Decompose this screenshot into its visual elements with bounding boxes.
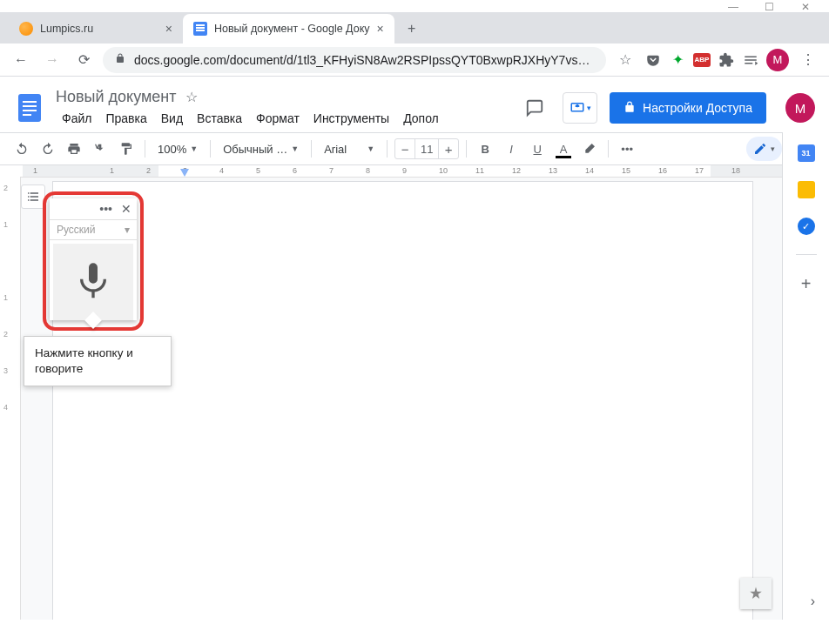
nav-back-button[interactable]: ← — [9, 48, 33, 72]
font-size-decrease[interactable]: − — [395, 142, 414, 157]
new-tab-button[interactable]: + — [400, 17, 424, 41]
document-title[interactable]: Новый документ — [56, 88, 177, 106]
menu-edit[interactable]: Правка — [99, 108, 152, 129]
editing-mode-button[interactable]: ▾ — [746, 137, 782, 161]
browser-menu-button[interactable]: ⋮ — [796, 48, 820, 72]
highlight-frame: ••• ✕ Русский ▾ — [43, 191, 144, 331]
keep-icon[interactable] — [798, 181, 815, 198]
voice-language-label: Русский — [57, 224, 96, 236]
window-maximize[interactable]: ☐ — [765, 1, 775, 11]
sidepanel-expand-button[interactable]: › — [811, 594, 815, 609]
docs-favicon — [193, 22, 207, 36]
font-size-increase[interactable]: + — [439, 142, 458, 157]
nav-forward-button[interactable]: → — [40, 48, 64, 72]
tasks-icon[interactable] — [798, 218, 815, 235]
undo-button[interactable] — [10, 138, 33, 160]
lumpics-favicon — [19, 22, 33, 36]
margin-marker-icon[interactable] — [180, 169, 189, 177]
docs-toolbar: 100%▼ Обычный …▼ Arial▼ − 11 + B I U A •… — [0, 132, 829, 165]
account-avatar[interactable]: M — [785, 93, 815, 123]
voice-mic-button[interactable] — [53, 244, 133, 320]
side-panel: + › — [782, 132, 829, 620]
text-color-button[interactable]: A — [552, 138, 575, 160]
share-label: Настройки Доступа — [643, 101, 752, 115]
docs-logo-icon[interactable] — [12, 91, 47, 125]
calendar-icon[interactable] — [798, 144, 815, 162]
voice-language-select[interactable]: Русский ▾ — [50, 219, 137, 240]
menu-format[interactable]: Формат — [250, 108, 306, 129]
tab-close-icon[interactable]: × — [377, 22, 384, 36]
chevron-down-icon: ▾ — [125, 224, 130, 236]
add-addon-button[interactable]: + — [801, 274, 812, 294]
url-text: docs.google.com/document/d/1tl3_KFHyiSN8… — [134, 53, 590, 67]
italic-button[interactable]: I — [500, 138, 522, 160]
url-input[interactable]: docs.google.com/document/d/1tl3_KFHyiSN8… — [103, 47, 606, 73]
explore-button[interactable] — [740, 578, 772, 609]
star-document-button[interactable]: ☆ — [185, 89, 198, 105]
redo-button[interactable] — [37, 138, 59, 160]
underline-button[interactable]: U — [526, 138, 549, 160]
svg-rect-1 — [23, 101, 37, 103]
voice-close-button[interactable]: ✕ — [121, 202, 131, 216]
svg-rect-0 — [18, 94, 41, 122]
share-button[interactable]: Настройки Доступа — [610, 92, 766, 124]
tab-close-icon[interactable]: × — [165, 22, 172, 36]
tab-title: Новый документ - Google Доку — [214, 23, 370, 35]
svg-rect-4 — [23, 114, 31, 116]
outline-toggle-button[interactable] — [21, 184, 45, 209]
zoom-select[interactable]: 100%▼ — [152, 143, 203, 156]
profile-avatar[interactable]: M — [766, 49, 789, 71]
print-button[interactable] — [63, 138, 85, 160]
svg-rect-2 — [23, 105, 37, 107]
browser-tab-lumpics[interactable]: Lumpics.ru × — [9, 14, 183, 44]
menu-bar: Файл Правка Вид Вставка Формат Инструмен… — [56, 108, 510, 129]
spellcheck-button[interactable] — [89, 138, 111, 160]
style-select[interactable]: Обычный …▼ — [218, 143, 304, 156]
voice-menu-button[interactable]: ••• — [99, 202, 112, 216]
comment-history-button[interactable] — [519, 92, 550, 124]
docs-header: Новый документ ☆ Файл Правка Вид Вставка… — [0, 77, 829, 132]
font-select[interactable]: Arial▼ — [319, 143, 380, 156]
bookmark-star-button[interactable]: ☆ — [613, 48, 637, 72]
nav-reload-button[interactable]: ⟳ — [71, 48, 96, 72]
document-canvas: 1 1 2 3 4 5 6 7 8 9 10 11 12 13 14 15 16… — [0, 165, 782, 620]
format-paint-button[interactable] — [115, 138, 138, 160]
pocket-extension-icon[interactable] — [644, 51, 662, 69]
bottom-bar — [0, 620, 829, 644]
highlight-button[interactable] — [578, 138, 601, 160]
browser-tab-docs[interactable]: Новый документ - Google Доку × — [183, 14, 394, 44]
tab-title: Lumpics.ru — [40, 23, 93, 35]
voice-typing-panel: ••• ✕ Русский ▾ — [50, 198, 137, 320]
window-close[interactable]: ✕ — [801, 1, 812, 11]
tab-strip: Lumpics.ru × Новый документ - Google Док… — [0, 12, 829, 44]
svg-rect-3 — [23, 110, 37, 111]
menu-view[interactable]: Вид — [155, 108, 189, 129]
bold-button[interactable]: B — [474, 138, 496, 160]
document-page[interactable] — [52, 181, 753, 620]
evernote-extension-icon[interactable]: ✦ — [669, 51, 686, 69]
lock-icon — [115, 53, 125, 66]
menu-tools[interactable]: Инструменты — [307, 108, 395, 129]
menu-insert[interactable]: Вставка — [191, 108, 248, 129]
share-lock-icon — [623, 101, 636, 116]
toolbar-more-button[interactable]: ••• — [616, 138, 638, 160]
font-size-input[interactable]: 11 — [414, 139, 439, 158]
font-size-stepper: − 11 + — [394, 138, 459, 159]
abp-extension-icon[interactable]: ABP — [693, 51, 711, 69]
present-button[interactable]: ▾ — [563, 92, 597, 124]
voice-tooltip: Нажмите кнопку и говорите — [24, 336, 172, 386]
address-bar: ← → ⟳ docs.google.com/document/d/1tl3_KF… — [0, 44, 829, 77]
horizontal-ruler[interactable]: 1 1 2 3 4 5 6 7 8 9 10 11 12 13 14 15 16… — [23, 165, 782, 177]
vertical-ruler[interactable]: 2 1 1 2 3 4 — [0, 177, 21, 620]
extensions-puzzle-icon[interactable] — [718, 51, 735, 69]
reading-list-icon[interactable] — [742, 51, 759, 69]
window-minimize[interactable]: — — [728, 1, 738, 11]
menu-file[interactable]: Файл — [56, 108, 98, 129]
menu-addons[interactable]: Допол — [397, 108, 445, 129]
